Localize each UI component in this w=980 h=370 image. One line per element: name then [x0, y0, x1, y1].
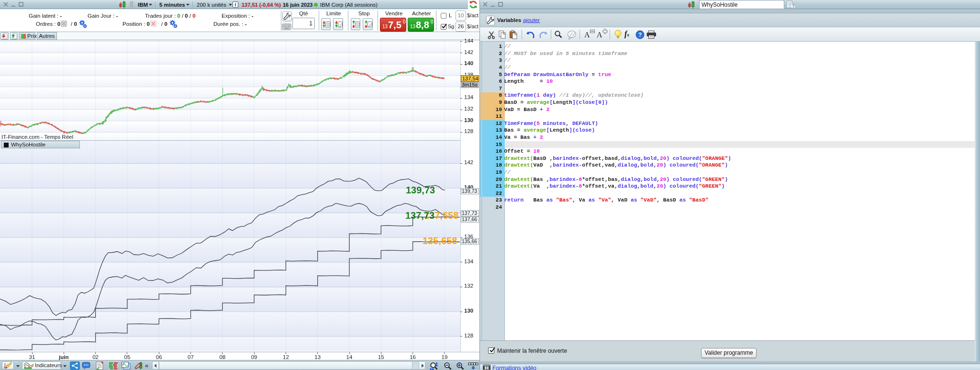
- svg-text:139,73: 139,73: [406, 185, 435, 195]
- svg-text://: //: [570, 33, 575, 37]
- svg-text:137,73: 137,73: [405, 210, 434, 221]
- svg-text:?: ?: [792, 3, 795, 9]
- svg-text:?: ?: [638, 32, 642, 38]
- svg-text:135,658: 135,658: [423, 235, 457, 246]
